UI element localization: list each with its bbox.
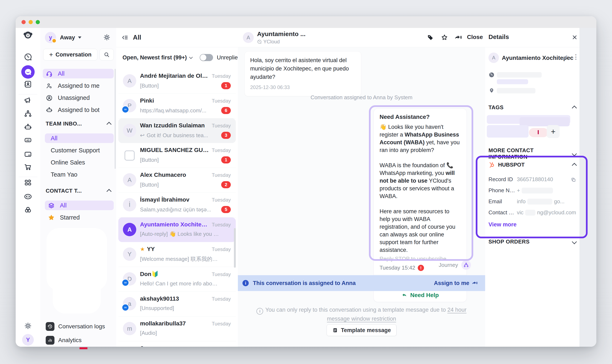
- avatar: W: [123, 124, 136, 137]
- conversation-list-item[interactable]: Y ★ YY Tuesday [Welcome message] 联系我的Wha…: [118, 242, 236, 267]
- zoom-window-button[interactable]: [36, 20, 40, 24]
- sidebar-item-assigned-to-bot[interactable]: Assigned to bot: [43, 105, 114, 115]
- inbox-chat-icon[interactable]: [21, 65, 35, 78]
- redacted-sidebar-area: [53, 278, 101, 313]
- error-icon[interactable]: !: [418, 265, 424, 271]
- conversation-list-item[interactable]: A Alex Chumacero Tuesday [Button] 2: [118, 168, 236, 193]
- redacted-tag: [519, 117, 570, 126]
- info-outline-icon: i: [257, 308, 263, 315]
- integrations-grid-icon[interactable]: [21, 176, 35, 190]
- journey-flow-icon[interactable]: [461, 260, 471, 270]
- add-tag-button[interactable]: +: [547, 125, 560, 138]
- conversation-list-item[interactable]: J J Tuesday: [118, 341, 236, 347]
- conversation-preview: [Button]: [140, 83, 159, 89]
- contact-tags-header[interactable]: CONTACT T...: [46, 188, 111, 194]
- conversation-list-item[interactable]: A André Mejitarian de Oliveira Tuesday […: [118, 69, 236, 94]
- robot-icon: [46, 106, 53, 113]
- shop-orders-header[interactable]: SHOP ORDERS: [489, 238, 576, 245]
- hubspot-fields: Record ID 366571880140 Phone Numb... + E…: [489, 174, 576, 218]
- campaigns-megaphone-icon[interactable]: [21, 93, 35, 107]
- conversation-preview: [Button]: [140, 157, 159, 163]
- minimize-window-button[interactable]: [28, 20, 33, 24]
- team-inbox-online-sales[interactable]: Online Sales: [45, 158, 114, 167]
- edit-contact-pencil-icon[interactable]: [562, 55, 568, 60]
- conversation-list-item[interactable]: W Wan Izzuddin Sulaiman Tuesday ↩Got it!…: [118, 118, 236, 143]
- avatar: Y: [123, 247, 136, 261]
- more-contact-info-header[interactable]: MORE CONTACT INFORMATION: [489, 147, 576, 160]
- chevron-up-icon: [572, 105, 577, 110]
- journey-label: Journey: [439, 262, 458, 268]
- conversation-list-item[interactable]: İ İsmayıl İbrahimov Tuesday Salam,yazdığ…: [118, 193, 236, 217]
- new-conversation-button[interactable]: + Conversation: [43, 49, 97, 60]
- ycloud-logo-icon: [21, 28, 35, 42]
- team-inbox-header[interactable]: TEAM INBO...: [46, 120, 111, 127]
- search-conversation-button[interactable]: [99, 49, 114, 60]
- team-inbox-team-yao[interactable]: Team Yao: [45, 170, 114, 179]
- assign-to-me-button[interactable]: Assign to me: [434, 280, 478, 286]
- developer-code-icon[interactable]: [21, 190, 35, 203]
- conversation-time: Tuesday: [212, 321, 231, 327]
- contact-more-kebab-icon[interactable]: ⋮: [573, 53, 579, 60]
- contact-tag-starred[interactable]: Starred: [45, 213, 114, 222]
- tag-icon[interactable]: [427, 34, 434, 41]
- conversation-name: Don🔰: [140, 271, 159, 277]
- assign-forward-icon[interactable]: [454, 34, 462, 41]
- partners-rings-icon[interactable]: [21, 203, 35, 217]
- conversation-list-item[interactable]: a∞ akshayk90113 Tuesday [Unsupported]: [118, 292, 236, 316]
- contact-tag-all[interactable]: All: [45, 201, 114, 210]
- sidebar-item-assigned-to-me[interactable]: Assigned to me: [43, 81, 114, 91]
- conversation-name: Wan Izzuddin Sulaiman: [140, 122, 205, 129]
- commerce-cart-icon[interactable]: [21, 160, 35, 173]
- sidebar-footer-conversation-logs[interactable]: Conversation logs: [40, 321, 116, 332]
- copy-icon[interactable]: [571, 176, 576, 183]
- chevron-up-icon: [106, 189, 111, 194]
- settings-gear-icon[interactable]: [21, 319, 35, 333]
- conversation-preview: [Auto-reply] 👋 Looks like you haven't ..…: [140, 231, 219, 237]
- billing-card-icon[interactable]: [21, 148, 35, 161]
- conversation-list-item[interactable]: P∞ Pinki Tuesday https://faq.whatsapp.co…: [118, 94, 236, 118]
- conversation-list-item[interactable]: m mollakaribulla37 Tuesday [Audio]: [118, 316, 236, 341]
- conversation-list-item[interactable]: D∞ Don🔰 Tuesday Hello! Can I get more in…: [118, 267, 236, 292]
- close-window-button[interactable]: [22, 20, 26, 24]
- conversation-preview: [Audio]: [140, 330, 157, 336]
- select-checkbox[interactable]: [124, 151, 135, 160]
- team-inbox-all[interactable]: All: [45, 133, 114, 143]
- star-icon[interactable]: [441, 34, 448, 41]
- sidebar-item-all[interactable]: All: [43, 69, 114, 78]
- journeys-flow-icon[interactable]: [21, 107, 35, 120]
- chatbot-icon[interactable]: [21, 120, 35, 134]
- hubspot-section-header[interactable]: HUBSPOT: [489, 161, 576, 168]
- sort-filter-dropdown[interactable]: Open, Newest first (99+): [122, 54, 192, 61]
- user-avatar[interactable]: Y: [22, 334, 34, 346]
- conversation-list-item[interactable]: A Ayuntamiento Xochitepec Tuesday [Auto-…: [118, 217, 236, 242]
- inbox-settings-gear-icon[interactable]: [103, 33, 111, 41]
- agent-profile[interactable]: y Away: [45, 31, 81, 44]
- conversation-time: Tuesday: [212, 147, 231, 153]
- whatsapp-channel-icon[interactable]: [21, 50, 35, 64]
- contacts-icon[interactable]: [21, 78, 35, 91]
- avatar: m: [123, 322, 136, 335]
- collapse-sidebar-icon[interactable]: [122, 34, 128, 41]
- team-inbox-customer-support[interactable]: Customer Support: [45, 145, 114, 155]
- sidebar-item-unassigned[interactable]: Unassigned: [43, 93, 114, 103]
- conversation-time: Tuesday: [212, 123, 231, 129]
- avatar: A: [123, 74, 136, 88]
- conversation-list-item[interactable]: MIGUEL SANCHEZ GUEVARA Tuesday [Button] …: [118, 143, 236, 168]
- tags-section-header[interactable]: TAGS: [489, 104, 576, 111]
- list-header: All: [116, 28, 238, 47]
- sidebar-footer-analytics[interactable]: Analytics: [40, 334, 116, 346]
- sidebar-scrollbar[interactable]: [115, 69, 116, 169]
- template-message-button[interactable]: Template message: [326, 325, 397, 336]
- list-scrollbar[interactable]: [234, 228, 236, 268]
- ads-icon[interactable]: [21, 133, 35, 147]
- unread-badge: 3: [221, 132, 231, 139]
- close-details-icon[interactable]: [571, 34, 578, 40]
- template-body: 👋 Looks like you haven't register a What…: [380, 123, 461, 254]
- view-more-link[interactable]: View more: [489, 221, 517, 228]
- close-conversation-button[interactable]: Close: [467, 34, 483, 40]
- hubspot-field-row: Contact owner vicng@ycloud.com: [489, 207, 576, 218]
- unreplied-toggle[interactable]: [200, 54, 213, 61]
- hubspot-field-value: 366571880140: [517, 176, 553, 183]
- conversation-time: Tuesday: [212, 73, 231, 79]
- screenshot-stage: Y y Away + Conversation All Assig: [0, 0, 612, 364]
